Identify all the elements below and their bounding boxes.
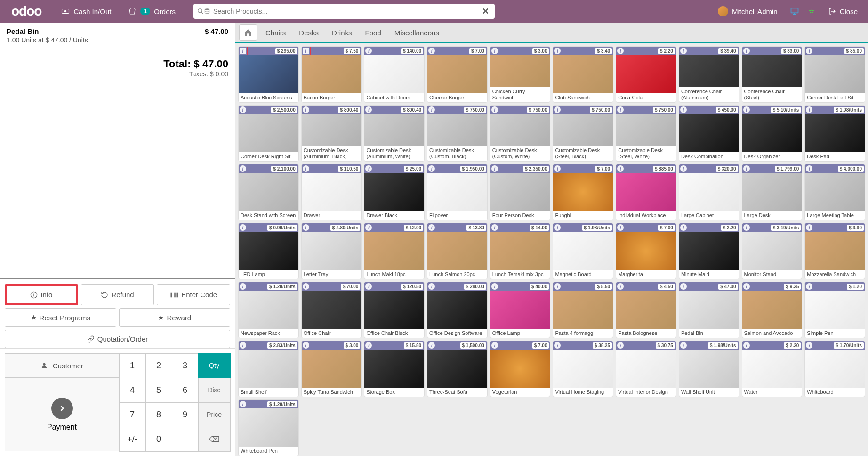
enter-code-button[interactable]: Enter Code [157,284,230,305]
order-line[interactable]: Pedal Bin $ 47.00 1.00 Units at $ 47.00 … [0,23,235,49]
info-icon[interactable]: i [554,224,561,231]
product-card[interactable]: i$ 5.10/UnitsDesk Organizer [742,105,803,162]
info-icon[interactable]: i [491,283,498,290]
product-card[interactable]: i$ 800.40Customizable Desk (Aluminium, B… [301,105,362,162]
wifi-icon[interactable] [807,7,816,16]
info-icon[interactable]: i [303,165,309,172]
info-icon[interactable]: i [680,224,687,231]
product-card[interactable]: i$ 1.98/UnitsMagnetic Board [553,223,613,279]
product-card[interactable]: i$ 30.75Virtual Interior Design [616,341,676,397]
search-box[interactable]: ✕ [193,4,495,19]
search-input[interactable] [210,8,480,15]
product-card[interactable]: i$ 3.40Club Sandwich [553,46,613,103]
product-card[interactable]: i$ 1.70/UnitsWhiteboard [804,341,865,397]
info-icon[interactable]: i [303,106,309,113]
info-icon[interactable]: i [365,283,372,290]
product-card[interactable]: i$ 25.00Drawer Black [364,164,425,220]
mode-disc[interactable]: Disc [198,378,231,403]
key-9[interactable]: 9 [172,402,199,427]
product-card[interactable]: i$ 1.98/UnitsWall Shelf Unit [679,341,739,397]
product-card[interactable]: i$ 2,350.00Four Person Desk [490,164,551,220]
product-card[interactable]: i$ 3.00Spicy Tuna Sandwich [301,341,362,397]
info-icon[interactable]: i [680,342,687,349]
key-4[interactable]: 4 [119,378,146,403]
product-card[interactable]: i$ 320.00Large Cabinet [679,164,739,220]
category-drinks[interactable]: Drinks [325,25,359,41]
info-icon[interactable]: i [680,48,687,54]
reward-button[interactable]: ★ Reward [119,308,231,327]
info-button[interactable]: Info [5,284,78,305]
info-icon[interactable]: i [365,48,372,54]
key-6[interactable]: 6 [172,378,199,403]
product-card[interactable]: i$ 1.28/UnitsNewspaper Rack [238,282,299,338]
product-card[interactable]: i$ 5.50Pasta 4 formaggi [553,282,613,338]
product-card[interactable]: i$ 0.90/UnitsLED Lamp [238,223,299,279]
product-card[interactable]: i$ 1,799.00Large Desk [742,164,803,220]
info-icon[interactable]: i [491,106,498,113]
info-icon[interactable]: i [303,224,309,231]
mode-price[interactable]: Price [198,402,231,427]
product-card[interactable]: i$ 7.00Cheese Burger [427,46,488,103]
key-3[interactable]: 3 [172,353,199,378]
info-icon[interactable]: i [491,224,498,231]
info-icon[interactable]: i [428,342,435,349]
info-icon[interactable]: i [680,165,687,172]
product-card[interactable]: i$ 1,950.00Flipover [427,164,488,220]
product-card[interactable]: i$ 140.00Cabinet with Doors [364,46,425,103]
key-2[interactable]: 2 [145,353,172,378]
info-icon[interactable]: i [303,283,309,290]
product-card[interactable]: i$ 4.50Pasta Bolognese [616,282,676,338]
key-1[interactable]: 1 [119,353,146,378]
product-card[interactable]: i$ 2.20Coca-Cola [616,46,676,103]
payment-button[interactable]: Payment [5,378,119,451]
info-icon[interactable]: i [365,224,372,231]
orders-button[interactable]: 1 Orders [120,0,184,23]
info-icon[interactable]: i [240,401,246,407]
product-card[interactable]: i$ 3.19/UnitsMonitor Stand [742,223,803,279]
info-icon[interactable]: i [617,224,624,231]
info-icon[interactable]: i [617,48,624,54]
info-icon[interactable]: i [240,48,246,54]
key-backspace[interactable]: ⌫ [198,427,231,452]
quotation-order-button[interactable]: Quotation/Order [5,330,230,348]
info-icon[interactable]: i [240,283,246,290]
product-card[interactable]: i$ 14.00Lunch Temaki mix 3pc [490,223,551,279]
info-icon[interactable]: i [365,106,372,113]
info-icon[interactable]: i [365,165,372,172]
product-card[interactable]: i$ 7.50Bacon Burger [301,46,362,103]
product-card[interactable]: i$ 4,000.00Large Meeting Table [804,164,865,220]
info-icon[interactable]: i [428,283,435,290]
info-icon[interactable]: i [806,342,812,349]
product-card[interactable]: i$ 800.40Customizable Desk (Aluminium, W… [364,105,425,162]
product-card[interactable]: i$ 450.00Desk Combination [679,105,739,162]
key-7[interactable]: 7 [119,402,146,427]
key-8[interactable]: 8 [145,402,172,427]
info-icon[interactable]: i [554,283,561,290]
product-card[interactable]: i$ 4.80/UnitsLetter Tray [301,223,362,279]
product-card[interactable]: i$ 13.80Lunch Salmon 20pc [427,223,488,279]
info-icon[interactable]: i [806,224,812,231]
info-icon[interactable]: i [303,48,309,54]
product-card[interactable]: i$ 2,500.00Corner Desk Right Sit [238,105,299,162]
info-icon[interactable]: i [743,48,750,54]
category-food[interactable]: Food [359,25,388,41]
customer-button[interactable]: Customer [5,353,119,378]
product-card[interactable]: i$ 40.00Office Lamp [490,282,551,338]
key-5[interactable]: 5 [145,378,172,403]
info-icon[interactable]: i [428,224,435,231]
product-card[interactable]: i$ 7.00Vegetarian [490,341,551,397]
key-dot[interactable]: . [172,427,199,452]
product-card[interactable]: i$ 7.00Funghi [553,164,613,220]
home-button[interactable] [239,24,257,41]
product-card[interactable]: i$ 3.00Chicken Curry Sandwich [490,46,551,103]
key-plusminus[interactable]: +/- [119,427,146,452]
info-icon[interactable]: i [680,283,687,290]
product-card[interactable]: i$ 110.50Drawer [301,164,362,220]
category-desks[interactable]: Desks [292,25,325,41]
info-icon[interactable]: i [428,48,435,54]
info-icon[interactable]: i [428,165,435,172]
info-icon[interactable]: i [554,342,561,349]
info-icon[interactable]: i [554,106,561,113]
mode-qty[interactable]: Qty [198,353,231,378]
product-card[interactable]: i$ 3.90Mozzarella Sandwich [804,223,865,279]
